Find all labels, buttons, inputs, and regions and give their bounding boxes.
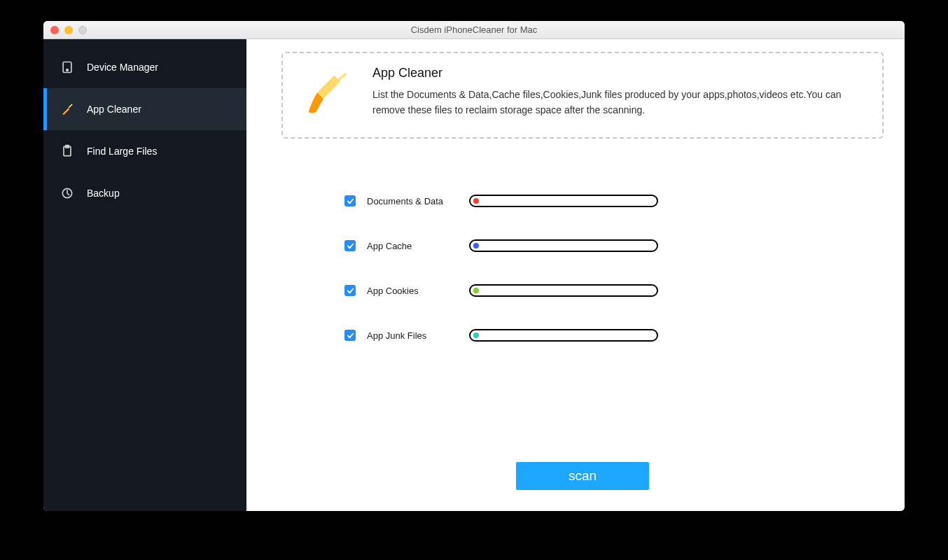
category-row-documents-data: Documents & Data <box>344 195 884 207</box>
progress-dot <box>473 243 479 248</box>
progress-dot <box>473 288 479 293</box>
sidebar-item-device-manager[interactable]: Device Manager <box>43 46 246 88</box>
category-label: App Cookies <box>367 286 458 296</box>
progress-bar-app-cookies <box>469 284 658 297</box>
category-list: Documents & Data App Cache <box>281 195 884 342</box>
broom-illustration-icon <box>302 66 351 122</box>
progress-dot <box>473 198 479 204</box>
category-label: App Junk Files <box>367 330 458 341</box>
scan-button-wrap: scan <box>281 462 884 497</box>
panel-title: App Cleaner <box>372 66 863 80</box>
category-row-app-cookies: App Cookies <box>344 284 884 297</box>
progress-bar-app-junk-files <box>469 329 658 342</box>
main-content: App Cleaner List the Documents & Data,Ca… <box>246 39 905 511</box>
sidebar-item-label: App Cleaner <box>87 104 141 115</box>
svg-rect-3 <box>66 146 69 148</box>
checkbox-app-cookies[interactable] <box>344 285 356 296</box>
checkbox-app-cache[interactable] <box>344 240 356 251</box>
sidebar: Device Manager App Cleaner <box>43 39 246 511</box>
progress-dot <box>473 332 479 338</box>
titlebar: Cisdem iPhoneCleaner for Mac <box>43 21 905 39</box>
category-label: Documents & Data <box>367 196 458 206</box>
app-window: Cisdem iPhoneCleaner for Mac Device Mana… <box>43 21 905 511</box>
checkbox-documents-data[interactable] <box>344 195 356 206</box>
progress-bar-app-cache <box>469 239 658 252</box>
category-label: App Cache <box>367 241 458 251</box>
info-text: App Cleaner List the Documents & Data,Ca… <box>372 66 863 118</box>
sidebar-item-app-cleaner[interactable]: App Cleaner <box>43 88 246 130</box>
category-row-app-junk-files: App Junk Files <box>344 329 884 342</box>
sidebar-item-backup[interactable]: Backup <box>43 172 246 214</box>
window-body: Device Manager App Cleaner <box>43 39 905 511</box>
clipboard-icon <box>60 144 74 158</box>
category-row-app-cache: App Cache <box>344 239 884 252</box>
sidebar-item-label: Find Large Files <box>87 146 157 157</box>
sidebar-item-label: Device Manager <box>87 62 158 73</box>
window-title: Cisdem iPhoneCleaner for Mac <box>43 24 905 35</box>
checkbox-app-junk-files[interactable] <box>344 330 356 341</box>
sidebar-item-find-large-files[interactable]: Find Large Files <box>43 130 246 172</box>
broom-icon <box>60 102 74 116</box>
sidebar-item-label: Backup <box>87 188 120 199</box>
refresh-icon <box>60 186 74 200</box>
svg-point-1 <box>67 69 69 71</box>
scan-button[interactable]: scan <box>516 462 649 490</box>
progress-bar-documents-data <box>469 195 658 207</box>
panel-description: List the Documents & Data,Cache files,Co… <box>372 88 863 118</box>
device-icon <box>60 60 74 74</box>
info-panel: App Cleaner List the Documents & Data,Ca… <box>281 52 884 139</box>
